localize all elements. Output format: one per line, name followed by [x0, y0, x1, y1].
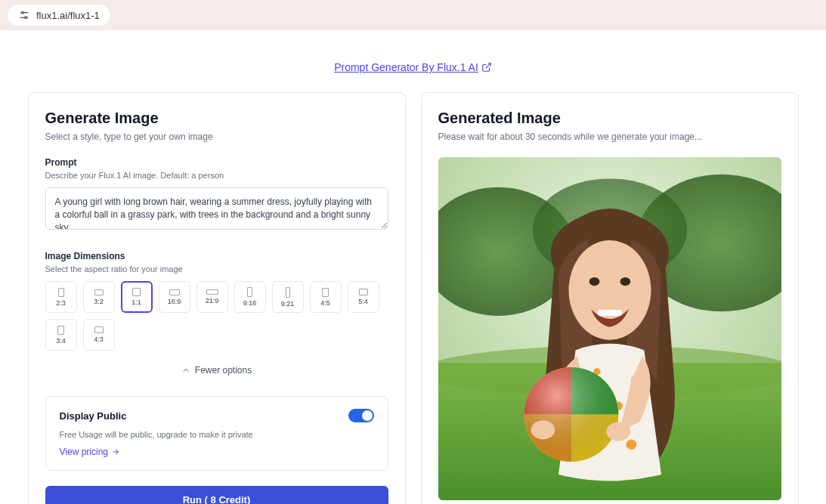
generated-image — [438, 157, 781, 500]
ratio-tile-5-4[interactable]: 5:4 — [348, 281, 379, 313]
generate-subtitle: Select a style, type to get your own ima… — [45, 131, 388, 142]
browser-url-bar: flux1.ai/flux1-1 — [0, 0, 826, 30]
ratio-tile-21-9[interactable]: 21:9 — [196, 281, 228, 313]
display-public-toggle[interactable] — [348, 409, 374, 422]
ratio-label: 4:3 — [94, 335, 104, 343]
svg-point-24 — [524, 367, 618, 462]
run-button[interactable]: Run ( 8 Credit) — [45, 486, 388, 504]
display-public-note: Free Usage will be public, upgrade to ma… — [60, 430, 374, 439]
generated-image-card: Generated Image Please wait for about 30… — [421, 92, 799, 504]
ratio-tile-9-16[interactable]: 9:16 — [234, 281, 266, 313]
ratio-tile-3-2[interactable]: 3:2 — [83, 281, 115, 313]
display-public-title: Display Public — [60, 410, 127, 422]
ratio-grid: 2:33:21:116:921:99:169:214:55:43:44:3 — [45, 281, 388, 351]
ratio-tile-3-4[interactable]: 3:4 — [45, 319, 77, 351]
ratio-label: 5:4 — [358, 298, 368, 305]
generate-title: Generate Image — [45, 110, 388, 127]
generated-wait-note: Please wait for about 30 seconds while w… — [438, 131, 781, 142]
generated-title: Generated Image — [438, 110, 781, 127]
ratio-shape-icon — [359, 289, 368, 295]
ratio-shape-icon — [58, 288, 64, 297]
svg-point-26 — [606, 422, 630, 441]
prompt-label: Prompt — [45, 157, 388, 168]
ratio-label: 9:16 — [243, 299, 257, 307]
svg-line-4 — [486, 63, 490, 68]
prompt-input[interactable] — [45, 187, 388, 230]
ratio-label: 2:3 — [56, 299, 66, 307]
ratio-shape-icon — [169, 289, 180, 295]
ratio-label: 1:1 — [131, 298, 141, 306]
url-pill[interactable]: flux1.ai/flux1-1 — [8, 5, 110, 26]
ratio-tile-4-5[interactable]: 4:5 — [310, 281, 342, 313]
ratio-tile-9-21[interactable]: 9:21 — [272, 281, 304, 313]
ratio-tile-1-1[interactable]: 1:1 — [121, 281, 153, 313]
svg-point-13 — [589, 277, 599, 286]
ratio-shape-icon — [94, 326, 104, 333]
ratio-shape-icon — [286, 287, 290, 298]
display-public-panel: Display Public Free Usage will be public… — [45, 396, 388, 471]
ratio-shape-icon — [322, 288, 329, 297]
prompt-generator-link[interactable]: Prompt Generator By Flux.1 AI — [334, 61, 492, 73]
ratio-tile-16-9[interactable]: 16:9 — [159, 281, 190, 313]
ratio-shape-icon — [247, 287, 252, 297]
fewer-options-button[interactable]: Fewer options — [181, 365, 252, 376]
ratio-label: 3:2 — [94, 298, 104, 305]
dimensions-hint: Select the aspect ratio for your image — [45, 264, 388, 274]
site-settings-icon[interactable] — [18, 9, 30, 21]
ratio-tile-4-3[interactable]: 4:3 — [83, 319, 115, 351]
url-text: flux1.ai/flux1-1 — [36, 10, 100, 21]
ratio-shape-icon — [132, 288, 141, 296]
ratio-label: 21:9 — [206, 297, 219, 305]
svg-point-3 — [25, 17, 27, 19]
ratio-tile-2-3[interactable]: 2:3 — [45, 281, 77, 313]
generate-image-card: Generate Image Select a style, type to g… — [28, 92, 406, 504]
svg-point-2 — [22, 11, 24, 14]
dimensions-label: Image Dimensions — [45, 251, 388, 261]
ratio-shape-icon — [94, 289, 104, 295]
ratio-shape-icon — [57, 326, 64, 335]
ratio-label: 16:9 — [168, 298, 181, 305]
svg-point-14 — [620, 277, 630, 286]
ratio-shape-icon — [206, 289, 218, 295]
svg-point-21 — [626, 439, 636, 450]
svg-point-25 — [531, 420, 555, 439]
chevron-up-icon — [181, 366, 190, 375]
arrow-right-icon — [111, 447, 120, 456]
view-pricing-link[interactable]: View pricing — [60, 447, 120, 457]
ratio-label: 3:4 — [56, 337, 66, 345]
ratio-label: 9:21 — [281, 300, 295, 308]
prompt-hint: Describe your Flux.1 AI image. Default: … — [45, 171, 388, 180]
external-link-icon — [481, 62, 492, 73]
svg-rect-15 — [598, 310, 622, 316]
ratio-label: 4:5 — [320, 299, 330, 307]
